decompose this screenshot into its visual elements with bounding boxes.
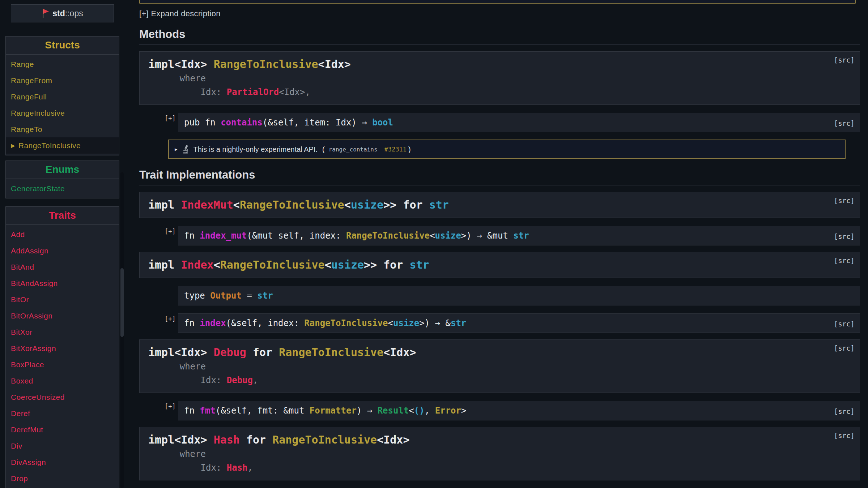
impl-code-line: Idx: PartialOrd<Idx>, bbox=[148, 85, 851, 99]
code-text: where bbox=[148, 361, 206, 372]
expand-toggle[interactable]: [+] bbox=[165, 314, 176, 324]
src-link[interactable]: [src] bbox=[834, 56, 855, 64]
sidebar-item-divassign[interactable]: DivAssign bbox=[6, 454, 119, 470]
sidebar-item-boxplace[interactable]: BoxPlace bbox=[6, 356, 119, 373]
code-text: where bbox=[148, 73, 206, 84]
sidebar-item-label: RangeFull bbox=[11, 92, 47, 101]
src-link[interactable]: [src] bbox=[834, 257, 855, 265]
code-link[interactable]: str bbox=[429, 198, 449, 211]
sidebar-item-generatorstate[interactable]: GeneratorState bbox=[6, 180, 119, 197]
sidebar-item-rangetoinclusive[interactable]: ▶RangeToInclusive bbox=[6, 137, 119, 154]
impl-code-line: impl IndexMut<RangeToInclusive<usize>> f… bbox=[148, 198, 851, 212]
src-link[interactable]: [src] bbox=[834, 197, 855, 205]
sidebar-item-boxed[interactable]: Boxed bbox=[6, 373, 119, 389]
code-link[interactable]: usize bbox=[435, 231, 461, 241]
expand-toggle[interactable]: [+] bbox=[165, 113, 176, 123]
code-link[interactable]: str bbox=[513, 231, 529, 241]
code-link[interactable]: Index bbox=[181, 258, 213, 271]
code-text: ) → bbox=[357, 406, 378, 416]
code-link[interactable]: str bbox=[451, 318, 466, 328]
sidebar-item-rangeto[interactable]: RangeTo bbox=[6, 121, 119, 137]
code-link[interactable]: RangeToInclusive bbox=[279, 346, 383, 359]
sidebar-item-label: BitOrAssign bbox=[11, 311, 52, 320]
sidebar-item-derefmut[interactable]: DerefMut bbox=[6, 421, 119, 438]
sidebar-item-rangefull[interactable]: RangeFull bbox=[6, 89, 119, 105]
sidebar-item-bitand[interactable]: BitAnd bbox=[6, 259, 119, 275]
src-link[interactable]: [src] bbox=[834, 406, 855, 416]
sidebar-item-div[interactable]: Div bbox=[6, 438, 119, 454]
code-link[interactable]: RangeToInclusive bbox=[214, 58, 318, 70]
code-link[interactable]: RangeToInclusive bbox=[272, 433, 377, 446]
sidebar-item-fn[interactable]: Fn bbox=[6, 487, 119, 488]
impl-block: impl Index<RangeToInclusive<usize>> for … bbox=[139, 252, 860, 278]
code-link[interactable]: PartialOrd bbox=[227, 87, 279, 97]
src-link[interactable]: [src] bbox=[834, 118, 855, 128]
sidebar-item-bitandassign[interactable]: BitAndAssign bbox=[6, 275, 119, 291]
code-link[interactable]: Error bbox=[435, 406, 461, 416]
sidebar-item-label: RangeFrom bbox=[11, 76, 52, 85]
sidebar-item-coerceunsized[interactable]: CoerceUnsized bbox=[6, 389, 119, 405]
sidebar-item-bitor[interactable]: BitOr bbox=[6, 291, 119, 308]
code-text: = bbox=[242, 291, 257, 301]
code-text: impl<Idx> bbox=[148, 346, 214, 359]
code-link[interactable]: Result bbox=[378, 406, 409, 416]
impl-code-line: where bbox=[148, 72, 851, 85]
sidebar-item-drop[interactable]: Drop bbox=[6, 470, 119, 487]
code-link[interactable]: Output bbox=[210, 291, 242, 301]
sidebar-section-traits: TraitsAddAddAssignBitAndBitAndAssignBitO… bbox=[5, 206, 119, 488]
code-link[interactable]: str bbox=[257, 291, 273, 301]
code-text: for bbox=[246, 346, 279, 359]
code-link[interactable]: bool bbox=[372, 117, 393, 128]
code-link[interactable]: usize bbox=[393, 318, 419, 328]
code-link[interactable]: usize bbox=[351, 198, 383, 211]
code-link[interactable]: RangeToInclusive bbox=[220, 258, 325, 271]
sidebar-item-bitxor[interactable]: BitXor bbox=[6, 324, 119, 340]
sidebar-scrollbar-thumb[interactable] bbox=[120, 268, 124, 337]
code-link[interactable]: Debug bbox=[214, 346, 246, 359]
impl-code-line: where bbox=[148, 360, 851, 373]
code-text: pub fn bbox=[184, 117, 221, 128]
code-link[interactable]: RangeToInclusive bbox=[304, 318, 388, 328]
code-link[interactable]: index_mut bbox=[200, 231, 247, 241]
expand-toggle[interactable]: [+] bbox=[165, 226, 176, 236]
impl-code-line: impl Index<RangeToInclusive<usize>> for … bbox=[148, 258, 851, 272]
impl-block: impl<Idx> Debug for RangeToInclusive<Idx… bbox=[139, 339, 860, 393]
code-text: <Idx> bbox=[377, 433, 409, 446]
sidebar-item-add[interactable]: Add bbox=[6, 226, 119, 243]
src-link[interactable]: [src] bbox=[834, 231, 855, 241]
src-link[interactable]: [src] bbox=[834, 432, 855, 440]
expand-toggle[interactable]: [+] bbox=[165, 401, 176, 411]
code-link[interactable]: fmt bbox=[200, 406, 215, 416]
code-link[interactable]: Formatter bbox=[310, 406, 357, 416]
sidebar-item-bitorassign[interactable]: BitOrAssign bbox=[6, 308, 119, 324]
sidebar-item-rangeinclusive[interactable]: RangeInclusive bbox=[6, 105, 119, 121]
code-text: fn bbox=[184, 318, 200, 328]
code-link[interactable]: RangeToInclusive bbox=[346, 231, 430, 241]
sidebar-item-rangefrom[interactable]: RangeFrom bbox=[6, 72, 119, 89]
expand-description-toggle[interactable]: [+] Expand description bbox=[139, 9, 221, 18]
code-link[interactable]: str bbox=[409, 258, 429, 271]
crumb-module: std bbox=[52, 9, 65, 18]
code-link[interactable]: () bbox=[414, 406, 425, 416]
code-link[interactable]: IndexMut bbox=[181, 198, 233, 211]
code-link[interactable]: RangeToInclusive bbox=[240, 198, 344, 211]
breadcrumb[interactable]: std::ops bbox=[11, 4, 114, 22]
code-link[interactable]: Hash bbox=[214, 433, 240, 446]
sidebar-item-deref[interactable]: Deref bbox=[6, 405, 119, 421]
src-link[interactable]: [src] bbox=[834, 344, 855, 352]
code-link[interactable]: usize bbox=[331, 258, 364, 271]
note-issue-link[interactable]: #32311 bbox=[384, 146, 407, 153]
sidebar-item-range[interactable]: Range bbox=[6, 56, 119, 72]
code-link[interactable]: Debug bbox=[227, 375, 253, 385]
code-text: (&mut self, index: bbox=[247, 231, 346, 241]
code-link[interactable]: index bbox=[200, 318, 226, 328]
sidebar-item-bitxorassign[interactable]: BitXorAssign bbox=[6, 340, 119, 356]
note-expand-arrow-icon[interactable]: ▸ bbox=[175, 146, 178, 153]
code-text: , bbox=[253, 375, 258, 385]
impl-code-line: where bbox=[148, 447, 851, 461]
src-link[interactable]: [src] bbox=[834, 319, 855, 329]
sidebar-item-addassign[interactable]: AddAssign bbox=[6, 243, 119, 259]
code-link[interactable]: Hash bbox=[227, 463, 248, 473]
code-link[interactable]: contains bbox=[221, 117, 263, 128]
impl-code-line: impl<Idx> Hash for RangeToInclusive<Idx> bbox=[148, 433, 851, 447]
